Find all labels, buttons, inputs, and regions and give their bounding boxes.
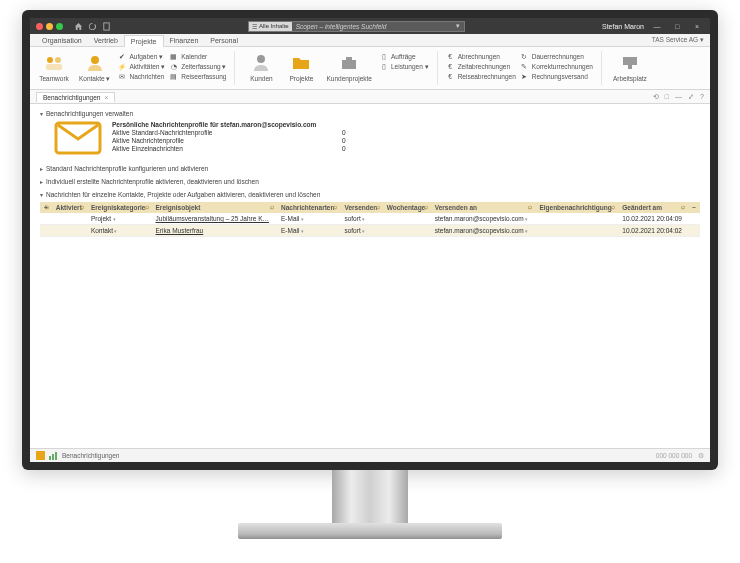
- ribbon-arbeitsplatz[interactable]: Arbeitsplatz: [610, 51, 650, 84]
- ribbon-leistungen[interactable]: ▯Leistungen ▾: [379, 62, 429, 71]
- home-icon[interactable]: [73, 21, 83, 31]
- cell-versenden[interactable]: sofort: [340, 213, 382, 225]
- tool-minimize-icon[interactable]: —: [675, 93, 682, 101]
- col-ereignisobjekt[interactable]: Ereignisobjekt: [152, 202, 277, 213]
- svg-rect-9: [628, 65, 632, 69]
- col-eigenbenachrichtigung[interactable]: Eigenbenachrichtigung: [535, 202, 618, 213]
- breadcrumb: Benachrichtigungen: [62, 452, 119, 459]
- ribbon-korrekturrechnungen[interactable]: ✎Korrekturrechnungen: [520, 62, 593, 71]
- tool-window-icon[interactable]: □: [665, 93, 669, 101]
- global-search[interactable]: ☰ Alle Inhalte Scopen – intelligentes Su…: [248, 21, 464, 32]
- ribbon-zeiterfassung[interactable]: ◔Zeiterfassung ▾: [169, 62, 226, 71]
- window-maximize[interactable]: □: [670, 23, 684, 30]
- cell-art[interactable]: E-Mail: [277, 213, 340, 225]
- cell-kategorie[interactable]: Projekt: [87, 213, 152, 225]
- section-einzelne-header[interactable]: Nachrichten für einzelne Kontakte, Proje…: [40, 191, 700, 198]
- close-dot[interactable]: [36, 23, 43, 30]
- edit-icon: ✎: [520, 62, 529, 71]
- ribbon-kundenprojekte[interactable]: Kundenprojekte: [323, 51, 375, 84]
- content-area: Benachrichtigungen verwalten Persönliche…: [30, 104, 710, 448]
- remove-row-button[interactable]: −: [688, 202, 700, 213]
- ribbon-auftraege[interactable]: ▯Aufträge: [379, 52, 429, 61]
- envelope-icon: [54, 121, 102, 155]
- ribbon-kalender[interactable]: ▦Kalender: [169, 52, 226, 61]
- menu-finanzen[interactable]: Finanzen: [164, 34, 205, 46]
- cell-versenden[interactable]: sofort: [340, 225, 382, 237]
- status-chart-icon[interactable]: [49, 451, 58, 460]
- svg-rect-6: [342, 60, 356, 69]
- table-row[interactable]: Projekt Jubiläumsveranstaltung – 25 Jahr…: [40, 213, 700, 225]
- ribbon-teamwork[interactable]: Teamwork: [36, 51, 72, 84]
- search-input[interactable]: Scopen – intelligentes Suchfeld: [292, 23, 452, 30]
- tool-help-icon[interactable]: ?: [700, 93, 704, 101]
- cell-objekt-link[interactable]: Jubiläumsveranstaltung – 25 Jahre K…: [156, 215, 269, 222]
- profile-row-label: Aktive Einzelnachrichten: [112, 145, 312, 152]
- tab-close-icon[interactable]: ×: [104, 94, 108, 101]
- cell-wochentage[interactable]: [383, 225, 431, 237]
- menu-projekte[interactable]: Projekte: [124, 35, 164, 47]
- check-icon: ✔: [117, 52, 126, 61]
- ribbon-aktivitaeten[interactable]: ⚡Aktivitäten ▾: [117, 62, 165, 71]
- section-verwalten-header[interactable]: Benachrichtigungen verwalten: [40, 110, 700, 117]
- ribbon-reiseerfassung[interactable]: ▤Reiseerfassung: [169, 72, 226, 81]
- col-ereigniskategorie[interactable]: Ereigniskategorie: [87, 202, 152, 213]
- ribbon-aufgaben[interactable]: ✔Aufgaben ▾: [117, 52, 165, 61]
- add-row-button[interactable]: +: [40, 202, 52, 213]
- search-caret-icon[interactable]: ▾: [452, 22, 464, 30]
- cell-kategorie[interactable]: Kontakt: [87, 225, 152, 237]
- ribbon-kontakte[interactable]: Kontakte ▾: [76, 51, 113, 85]
- cell-geaendert: 10.02.2021 20:04:02: [618, 225, 688, 237]
- zoom-dot[interactable]: [56, 23, 63, 30]
- ribbon-rechnungsversand[interactable]: ➤Rechnungsversand: [520, 72, 593, 81]
- col-geaendert-am[interactable]: Geändert am: [618, 202, 688, 213]
- col-versenden-an[interactable]: Versenden an: [431, 202, 536, 213]
- search-scope-pill[interactable]: ☰ Alle Inhalte: [249, 22, 291, 31]
- window-traffic-lights: [36, 23, 63, 30]
- tool-expand-icon[interactable]: ⤢: [688, 93, 694, 101]
- svg-rect-13: [52, 454, 54, 460]
- cell-objekt-link[interactable]: Erika Musterfrau: [156, 227, 204, 234]
- col-wochentage[interactable]: Wochentage: [383, 202, 431, 213]
- euro-icon: €: [446, 62, 455, 71]
- ribbon-abrechnungen[interactable]: €Abrechnungen: [446, 52, 516, 61]
- ribbon-dauerrechnungen[interactable]: ↻Dauerrechnungen: [520, 52, 593, 61]
- cell-wochentage[interactable]: [383, 213, 431, 225]
- section-individuell-header[interactable]: Individuell erstellte Nachrichtenprofile…: [40, 178, 700, 185]
- col-nachrichtenarten[interactable]: Nachrichtenarten: [277, 202, 340, 213]
- profile-row-value: 0: [342, 145, 346, 152]
- tool-refresh-icon[interactable]: ⟲: [653, 93, 659, 101]
- cell-eigen[interactable]: [535, 225, 618, 237]
- cell-eigen[interactable]: [535, 213, 618, 225]
- ribbon-reiseabrechnungen[interactable]: €Reiseabrechnungen: [446, 72, 516, 81]
- menu-organisation[interactable]: Organisation: [36, 34, 88, 46]
- doc-icon: ▯: [379, 62, 388, 71]
- svg-rect-0: [103, 22, 108, 29]
- profile-row-value: 0: [342, 129, 346, 136]
- cell-art[interactable]: E-Mail: [277, 225, 340, 237]
- doc-icon[interactable]: [101, 21, 111, 31]
- minimize-dot[interactable]: [46, 23, 53, 30]
- ribbon-projekte-btn[interactable]: Projekte: [283, 51, 319, 84]
- document-tabstrip: Benachrichtigungen × ⟲ □ — ⤢ ?: [30, 90, 710, 104]
- tab-benachrichtigungen[interactable]: Benachrichtigungen ×: [36, 92, 115, 102]
- table-row[interactable]: Kontakt Erika Musterfrau E-Mail sofort s…: [40, 225, 700, 237]
- status-settings-icon[interactable]: ⚙: [698, 452, 704, 460]
- status-counter: 000 000 000: [656, 452, 692, 459]
- col-aktiviert[interactable]: Aktiviert: [52, 202, 87, 213]
- ribbon-nachrichten[interactable]: ✉Nachrichten: [117, 72, 165, 81]
- send-icon: ➤: [520, 72, 529, 81]
- ribbon-kunden[interactable]: Kunden: [243, 51, 279, 84]
- cell-an[interactable]: stefan.maron@scopevisio.com: [431, 225, 536, 237]
- col-versenden[interactable]: Versenden: [340, 202, 382, 213]
- window-close[interactable]: ×: [690, 23, 704, 30]
- refresh-icon[interactable]: [87, 21, 97, 31]
- cell-an[interactable]: stefan.maron@scopevisio.com: [431, 213, 536, 225]
- menu-vertrieb[interactable]: Vertrieb: [88, 34, 124, 46]
- ribbon-zeitabrechnungen[interactable]: €Zeitabrechnungen: [446, 62, 516, 71]
- menu-personal[interactable]: Personal: [204, 34, 244, 46]
- section-standard-header[interactable]: Standard Nachrichtenprofile konfiguriere…: [40, 165, 700, 172]
- main-menu-bar: Organisation Vertrieb Projekte Finanzen …: [30, 34, 710, 47]
- svg-point-5: [257, 55, 265, 63]
- window-minimize[interactable]: —: [650, 23, 664, 30]
- teamwork-icon: [44, 53, 64, 73]
